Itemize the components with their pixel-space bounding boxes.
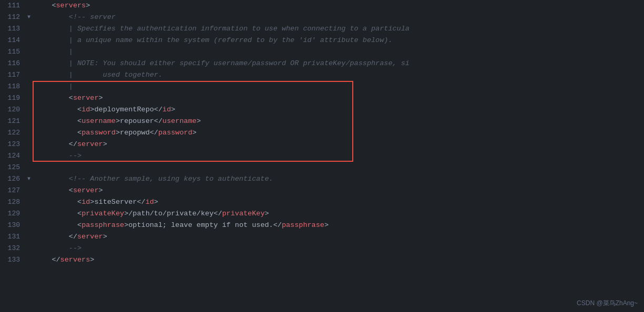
line-content: | used together. (33, 69, 644, 81)
line-number: 128 (0, 196, 25, 208)
line-number: 119 (0, 92, 25, 104)
code-line: 128 <id>siteServer</id> (0, 196, 644, 208)
line-number: 132 (0, 243, 25, 254)
line-content: <id>deploymentRepo</id> (33, 104, 644, 116)
line-content: | Specifies the authentication informati… (33, 23, 644, 35)
fold-indicator (25, 104, 33, 116)
code-line: 121 <username>repouser</username> (0, 116, 644, 127)
code-line: 123 </server> (0, 139, 644, 150)
code-line: 119 <server> (0, 92, 644, 104)
fold-indicator (25, 116, 33, 127)
fold-indicator (25, 139, 33, 150)
code-line: 129 <privateKey>/path/to/private/key</pr… (0, 208, 644, 220)
line-number: 116 (0, 58, 25, 69)
line-number: 131 (0, 231, 25, 243)
watermark: CSDN @菜鸟ZhAng~ (577, 299, 638, 308)
line-content: </server> (33, 231, 644, 243)
fold-indicator (25, 92, 33, 104)
fold-indicator[interactable]: ▼ (25, 173, 33, 185)
line-content: --> (33, 150, 644, 162)
line-content: | NOTE: You should either specify userna… (33, 58, 644, 69)
line-number: 127 (0, 185, 25, 196)
fold-indicator[interactable]: ▼ (25, 12, 33, 23)
code-line: 112▼ <!-- server (0, 12, 644, 23)
line-number: 129 (0, 208, 25, 220)
code-line: 111 <servers> (0, 0, 644, 12)
fold-indicator (25, 81, 33, 92)
code-line: 113 | Specifies the authentication infor… (0, 23, 644, 35)
line-number: 123 (0, 139, 25, 150)
fold-indicator (25, 185, 33, 196)
line-number: 120 (0, 104, 25, 116)
code-line: 114 | a unique name within the system (r… (0, 35, 644, 46)
code-line: 132 --> (0, 243, 644, 254)
fold-indicator (25, 35, 33, 46)
line-content: <id>siteServer</id> (33, 196, 644, 208)
code-line: 117 | used together. (0, 69, 644, 81)
line-content: <passphrase>optional; leave empty if not… (33, 220, 644, 231)
code-line: 118 | (0, 81, 644, 92)
code-line: 122 <password>repopwd</password> (0, 127, 644, 139)
fold-indicator (25, 58, 33, 69)
line-number: 133 (0, 254, 25, 266)
fold-indicator (25, 196, 33, 208)
line-number: 114 (0, 35, 25, 46)
line-content: </server> (33, 139, 644, 150)
line-number: 113 (0, 23, 25, 35)
fold-indicator (25, 220, 33, 231)
code-line: 126▼ <!-- Another sample, using keys to … (0, 173, 644, 185)
fold-indicator (25, 46, 33, 58)
fold-indicator (25, 69, 33, 81)
fold-indicator (25, 23, 33, 35)
fold-indicator (25, 243, 33, 254)
code-line: 125 (0, 162, 644, 173)
line-content: </servers> (33, 254, 644, 266)
line-content: <server> (33, 185, 644, 196)
line-content: | (33, 46, 644, 58)
line-content: --> (33, 243, 644, 254)
line-content: | a unique name within the system (refer… (33, 35, 644, 46)
line-number: 117 (0, 69, 25, 81)
code-line: 120 <id>deploymentRepo</id> (0, 104, 644, 116)
code-line: 115 | (0, 46, 644, 58)
fold-indicator (25, 127, 33, 139)
line-content: <username>repouser</username> (33, 116, 644, 127)
line-number: 130 (0, 220, 25, 231)
fold-indicator (25, 231, 33, 243)
line-number: 111 (0, 0, 25, 12)
line-content: <servers> (33, 0, 644, 12)
line-content: <password>repopwd</password> (33, 127, 644, 139)
code-line: 133 </servers> (0, 254, 644, 266)
code-line: 124 --> (0, 150, 644, 162)
line-number: 121 (0, 116, 25, 127)
code-line: 130 <passphrase>optional; leave empty if… (0, 220, 644, 231)
line-content: <!-- server (33, 12, 644, 23)
line-content: <server> (33, 92, 644, 104)
line-content: <privateKey>/path/to/private/key</privat… (33, 208, 644, 220)
code-line: 131 </server> (0, 231, 644, 243)
fold-indicator (25, 150, 33, 162)
line-number: 112 (0, 12, 25, 23)
line-number: 115 (0, 46, 25, 58)
line-content: | (33, 81, 644, 92)
line-number: 118 (0, 81, 25, 92)
line-content (33, 162, 644, 173)
line-number: 122 (0, 127, 25, 139)
line-number: 125 (0, 162, 25, 173)
line-number: 126 (0, 173, 25, 185)
code-line: 127 <server> (0, 185, 644, 196)
code-line: 116 | NOTE: You should either specify us… (0, 58, 644, 69)
fold-indicator (25, 0, 33, 12)
fold-indicator (25, 162, 33, 173)
line-content: <!-- Another sample, using keys to authe… (33, 173, 644, 185)
fold-indicator (25, 254, 33, 266)
code-editor: 111 <servers>112▼ <!-- server113 | Speci… (0, 0, 644, 312)
fold-indicator (25, 208, 33, 220)
line-number: 124 (0, 150, 25, 162)
